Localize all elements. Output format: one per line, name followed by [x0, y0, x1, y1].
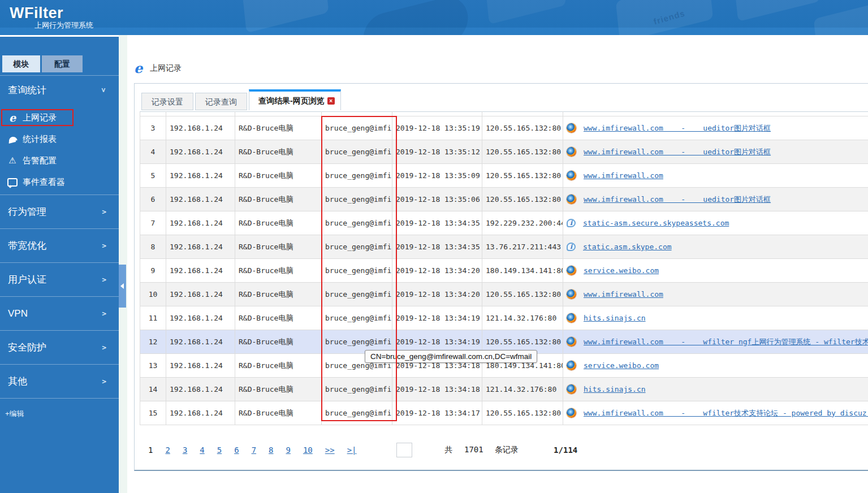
cell-ip: 192.168.1.24 — [166, 354, 235, 378]
url-link[interactable]: hits.sinajs.cn — [584, 385, 646, 393]
cell-user: bruce_geng@imfire — [322, 235, 392, 259]
table-row[interactable]: 6192.168.1.24R&D-Bruce电脑bruce_geng@imfir… — [140, 188, 868, 211]
event-icon — [7, 177, 18, 187]
cell-server: 13.76.217.211:443 — [482, 235, 563, 259]
ie-icon: e — [134, 60, 142, 76]
cell-user: bruce_geng@imfire — [322, 188, 392, 211]
tab-record-query[interactable]: 记录查询 — [195, 93, 247, 110]
url-link[interactable]: www.imfirewall.com - wfilter技术支持论坛 - pow… — [584, 408, 868, 418]
table-row[interactable]: 5192.168.1.24R&D-Bruce电脑bruce_geng@imfir… — [140, 164, 868, 188]
cell-server: 120.55.165.132:80 — [482, 164, 563, 188]
cell-url: istatic-asm.secure.skypeassets.com — [563, 211, 868, 235]
table-row[interactable]: 8192.168.1.24R&D-Bruce电脑bruce_geng@imfir… — [140, 235, 868, 259]
records-panel: 记录设置 记录查询 查询结果-网页浏览 3192.168.1.24R&D-Bru… — [134, 83, 868, 471]
cell-num: 11 — [140, 306, 166, 330]
sidebar-edit-button[interactable]: +编辑 — [5, 409, 24, 419]
url-link[interactable]: service.weibo.com — [584, 266, 659, 275]
firefox-icon — [567, 147, 576, 157]
cell-url: www.imfirewall.com - ueditor图片对话框 — [563, 116, 868, 140]
firefox-icon — [567, 313, 576, 323]
tab-query-results-label: 查询结果-网页浏览 — [258, 92, 325, 110]
url-link[interactable]: static.asm.skype.com — [583, 243, 672, 251]
pagination-page-6[interactable]: 6 — [234, 446, 239, 455]
pagination-page-7[interactable]: 7 — [252, 446, 256, 455]
pagination-page-8[interactable]: 8 — [269, 446, 273, 455]
user-dn-tooltip: CN=bruce_geng@imfirewall.com.cn,DC=wfmai… — [365, 350, 537, 363]
sidebar-section-query-stats[interactable]: 查询统计 > — [0, 75, 119, 105]
cell-host: R&D-Bruce电脑 — [235, 283, 322, 306]
pagination-page-5[interactable]: 5 — [217, 446, 222, 455]
pagination-page-9[interactable]: 9 — [286, 446, 291, 455]
url-link[interactable]: service.weibo.com — [584, 361, 659, 370]
page-indicator: 1/114 — [554, 446, 577, 455]
cell-host: R&D-Bruce电脑 — [235, 211, 322, 235]
firefox-icon — [567, 171, 576, 180]
keyboard-decoration — [814, 1, 868, 35]
sidebar-section-带宽优化[interactable]: 带宽优化> — [0, 228, 119, 262]
url-link[interactable]: www.imfirewall.com - ueditor图片对话框 — [584, 194, 771, 205]
sidebar-section-安全防护[interactable]: 安全防护> — [0, 330, 119, 364]
brand-subtitle: 上网行为管理系统 — [34, 20, 93, 31]
sidebar-section-行为管理[interactable]: 行为管理> — [0, 194, 119, 228]
sidebar-tab-modules[interactable]: 模块 — [2, 55, 40, 72]
pagination-page-3[interactable]: 3 — [183, 446, 187, 455]
cell-ip: 192.168.1.24 — [166, 378, 235, 401]
url-link[interactable]: www.imfirewall.com - wfilter ngf上网行为管理系统… — [584, 337, 868, 347]
cell-user: bruce_geng@imfire — [322, 401, 392, 425]
url-link[interactable]: hits.sinajs.cn — [584, 314, 646, 322]
sidebar-section-VPN[interactable]: VPN> — [0, 296, 119, 330]
records-table-wrap: 3192.168.1.24R&D-Bruce电脑bruce_geng@imfir… — [140, 111, 868, 425]
sidebar-collapse-handle[interactable] — [119, 265, 126, 308]
page-jump-input[interactable] — [396, 443, 412, 457]
cell-time: 2019-12-18 13:34:35 — [392, 211, 482, 235]
url-link[interactable]: www.imfirewall.com — [584, 171, 663, 180]
tab-strip: 记录设置 记录查询 查询结果-网页浏览 — [141, 89, 343, 110]
table-row[interactable]: 10192.168.1.24R&D-Bruce电脑bruce_geng@imfi… — [140, 283, 868, 306]
firefox-icon — [567, 337, 576, 347]
chevron-right-icon: > — [102, 377, 106, 386]
pagination-page-4[interactable]: 4 — [200, 446, 204, 455]
cell-user: bruce_geng@imfire — [322, 140, 392, 164]
sidebar-item-统计报表[interactable]: 统计报表 — [0, 128, 119, 150]
tab-record-settings[interactable]: 记录设置 — [141, 93, 193, 110]
table-row[interactable]: 9192.168.1.24R&D-Bruce电脑bruce_geng@imfir… — [140, 259, 868, 283]
url-link[interactable]: www.imfirewall.com - ueditor图片对话框 — [584, 123, 771, 133]
pagination-next-icon[interactable]: >> — [325, 446, 335, 455]
chevron-right-icon: > — [102, 309, 106, 318]
table-row[interactable]: 7192.168.1.24R&D-Bruce电脑bruce_geng@imfir… — [140, 211, 868, 235]
breadcrumb: e 上网记录 — [134, 60, 182, 76]
table-row[interactable]: 4192.168.1.24R&D-Bruce电脑bruce_geng@imfir… — [140, 140, 868, 164]
cell-ip: 192.168.1.24 — [166, 401, 235, 425]
firefox-icon — [567, 361, 576, 370]
cell-num: 9 — [140, 259, 166, 283]
cell-user: bruce_geng@imfire — [322, 306, 392, 330]
records-total: 共 1701 条记录 — [445, 445, 519, 455]
sidebar-section-label: 带宽优化 — [8, 239, 46, 252]
sidebar-section-其他[interactable]: 其他> — [0, 364, 119, 398]
table-row[interactable]: 11192.168.1.24R&D-Bruce电脑bruce_geng@imfi… — [140, 306, 868, 330]
url-link[interactable]: www.imfirewall.com - ueditor图片对话框 — [584, 147, 771, 157]
cell-server: 120.55.165.132:80 — [482, 116, 563, 140]
url-link[interactable]: static-asm.secure.skypeassets.com — [583, 219, 729, 227]
records-total-prefix: 共 — [445, 445, 453, 454]
alert-icon: ⚠ — [7, 155, 18, 166]
sidebar-tab-config[interactable]: 配置 — [42, 55, 83, 72]
sidebar-item-告警配置[interactable]: ⚠告警配置 — [0, 150, 119, 171]
cell-host: R&D-Bruce电脑 — [235, 140, 322, 164]
table-row[interactable]: 14192.168.1.24R&D-Bruce电脑bruce_geng@imfi… — [140, 378, 868, 401]
cell-user: bruce_geng@imfire — [322, 259, 392, 283]
pagination-last-icon[interactable]: >| — [347, 446, 357, 455]
tab-query-results[interactable]: 查询结果-网页浏览 — [249, 89, 341, 110]
keyboard-decoration — [486, 0, 566, 24]
sidebar-item-事件查看器[interactable]: 事件查看器 — [0, 171, 119, 193]
cell-ip: 192.168.1.24 — [166, 164, 235, 188]
sidebar-section-用户认证[interactable]: 用户认证> — [0, 262, 119, 296]
sidebar-item-上网记录[interactable]: e上网记录 — [0, 107, 119, 128]
pagination-page-10[interactable]: 10 — [303, 446, 313, 455]
table-row[interactable]: 3192.168.1.24R&D-Bruce电脑bruce_geng@imfir… — [140, 116, 868, 140]
pagination-page-2[interactable]: 2 — [165, 446, 170, 455]
cell-num: 4 — [140, 140, 166, 164]
url-link[interactable]: www.imfirewall.com — [584, 290, 663, 299]
close-icon[interactable] — [327, 97, 335, 105]
table-row[interactable]: 15192.168.1.24R&D-Bruce电脑bruce_geng@imfi… — [140, 401, 868, 425]
